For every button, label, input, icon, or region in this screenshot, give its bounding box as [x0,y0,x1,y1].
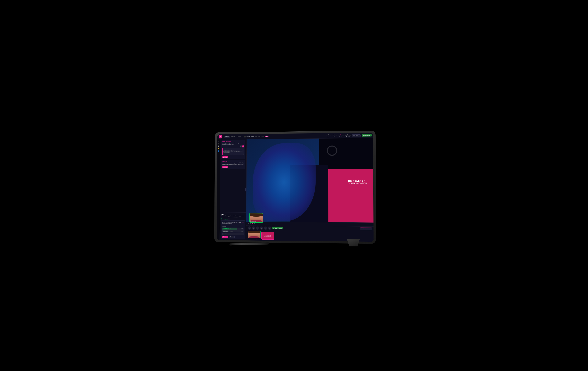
layout-control-btn[interactable]: ⊡ [248,226,251,230]
question-1-actions: ✏ ! [222,145,244,148]
sidebar-icon-home[interactable]: ⌂ [219,140,219,142]
stat-ondemand-icon: ▷ [334,134,335,135]
slide-thumbnail[interactable]: THE POWER OF COMMUNICATION [262,232,274,240]
rec-dot [252,223,253,224]
thumb-speaker-name: Rita Mendoza (you) [248,239,261,240]
poll-option-3-label: I'm not interested [222,233,230,234]
poll-entries-label: entries [222,224,244,225]
view-count: 0 [250,223,251,224]
edit-icon[interactable]: ✏ [240,145,242,148]
poll-option-3-votes: 4 votes [230,233,233,234]
flag-icon[interactable]: ! [242,145,244,148]
sharing-label: Sharing screen [275,228,282,229]
poll-option-3-pct: 4% [242,233,243,234]
slide-text-block: THE POWER OF COMMUNICATION [345,177,370,187]
question-1-text: Looks promising! Curious about the prici… [222,142,244,145]
main-area: ⌂ ⚙ 💬 ⚡ 👤 Emma Johansson Looks promising… [217,138,374,242]
tab-events[interactable]: Events [224,136,230,138]
stat-emails-label: Emails sent [326,135,331,136]
archive-options-icon[interactable]: ⊞ [243,153,244,155]
audio-settings-btn[interactable]: ⚙ [260,226,263,230]
question-1-author: Emma Johansson [222,141,244,142]
rec-count: 0 [254,223,255,224]
slide-chrome-visual [253,143,315,222]
tablet-device: B. Events Videos Usage Product reveal 11… [213,128,375,243]
polls-section: Polls Create and manage polls to keep vi… [220,212,246,240]
tab-usage[interactable]: Usage [236,135,242,138]
active-polls-label: Active polls 1 [221,218,245,220]
view-event-button[interactable]: View event ↗ [352,134,360,137]
video-settings-btn[interactable]: ⚙ [268,226,271,230]
stat-emails-icon: ✉ [328,134,329,135]
stat-delivery: ↻ Delivery stage 59 min [345,134,351,137]
thumb-speaker-face [248,231,260,238]
indicator-bar: 👁 0 0 [246,222,374,226]
check-icon: ✓ [369,135,370,136]
poll-card: Q: How likely are you to share this prod… [221,220,245,239]
speaker-name-tag: Rita Mendoza [250,221,256,222]
active-count-icon: 1 [228,219,230,220]
remove-poll-button[interactable]: Remove [222,236,228,238]
tab-videos[interactable]: Videos [230,136,236,138]
question-2-text: Loving the focus on user experience. It'… [222,162,244,165]
poll-option-1-votes: 72 votes [230,228,233,229]
stat-emails: ✉ Emails sent 156 [326,134,331,138]
stat-encoding: ● Encoding stage 28 min [338,134,344,137]
reply-icon: ↩ [223,148,243,150]
questions-content: Emma Johansson Looks promising! Curious … [220,139,247,212]
archive-button-2[interactable]: Archive [222,166,228,168]
sidebar-icon-lightning[interactable]: ⚡ [218,148,220,149]
poll-option-3: I'm not interested 4 votes 4% [222,233,244,235]
disable-poll-button[interactable]: Disable [229,236,235,238]
sidebar-icon-settings[interactable]: ⚙ [218,143,219,144]
stat-delivery-label: Delivery stage [345,135,351,136]
active-dot [221,218,222,219]
view-event-label: View event [353,135,358,136]
stylus-pen [230,242,269,245]
poll-entries-count: 105 [242,222,244,223]
published-button[interactable]: Published ✓ [362,134,372,137]
sidebar-icon-people[interactable]: 👤 [218,150,220,151]
meeting-invites-button[interactable]: 🔗 Meeting invites [360,227,372,230]
breadcrumb-text: Product reveal [246,136,254,137]
sharing-icon: ⛶ [273,228,274,229]
app-logo: B. [219,135,222,138]
eye-icon: 👁 [248,223,249,224]
stat-encoding-icon: ● [340,134,341,135]
speaker-thumbnail[interactable] [248,231,261,238]
stats-area: ✉ Emails sent 156 ▷ On-demand 2.3 hr ● E… [326,134,372,138]
face-hair [250,213,263,217]
nav-tabs: Events Videos Usage [224,135,242,138]
poll-option-2-label: I'll think about it [222,231,229,232]
main-presentation: THE POWER OF COMMUNICATION [246,138,374,226]
stat-ondemand-label: On-demand [332,135,336,136]
question-1-reply-from: Reply from My Company [223,153,244,154]
poll-option-1-pct: 69% [242,228,243,229]
settings-control-btn[interactable]: ⚙ [252,226,255,230]
slide-headline-line2: COMMUNICATION [348,182,367,184]
screen-share-btn[interactable]: ⛶ [264,226,267,230]
stat-encoding-label: Encoding stage [338,135,344,136]
slide-thumbnail-container: THE POWER OF COMMUNICATION [262,232,274,240]
link-icon: 🔗 [362,228,363,229]
poll-actions: Remove Disable [222,236,244,238]
mic-control-btn[interactable]: 🎤 [256,226,259,230]
question-item-1: Emma Johansson Looks promising! Curious … [221,140,245,159]
archive-button-1[interactable]: Archive [222,156,228,158]
external-link-icon: ↗ [358,135,359,136]
sidebar-icon-chat[interactable]: 💬 [218,145,220,147]
breadcrumb-area: Product reveal 11/09/2024 11:39 AM Live [244,135,268,137]
sharing-screen-badge: ⛶ Sharing screen [272,227,283,229]
poll-question: Q: How likely are you to share this prod… [222,221,242,224]
stat-delivery-value: 59 min [346,136,350,137]
poll-option-1-label: Most definitely [222,228,229,229]
poll-option-2: I'll think about it 29 votes 28% [222,230,244,232]
speaker-thumbnail-container: Rita Mendoza (you) [248,231,261,240]
polls-title: Polls [221,213,245,215]
slide-semicircle [327,145,337,156]
poll-option-2-pct: 28% [242,231,243,232]
poll-option-2-votes: 29 votes [230,231,233,232]
sidebar-icons-col: ⌂ ⚙ 💬 ⚡ 👤 [217,139,220,240]
stat-encoding-value: 28 min [339,136,343,137]
stat-ondemand: ▷ On-demand 2.3 hr [332,134,336,137]
